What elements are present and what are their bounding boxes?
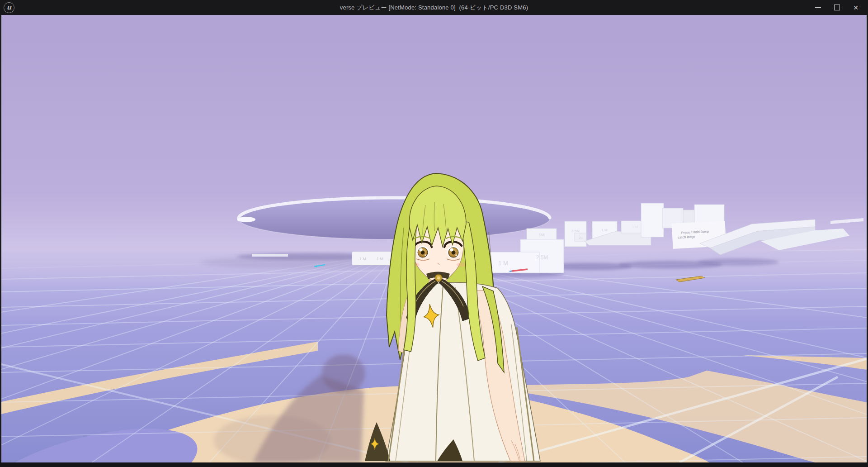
measure-label: 1 M	[359, 257, 366, 261]
far-block-label: 2.5M	[571, 229, 580, 233]
near-block-top-label: 1M	[539, 233, 545, 237]
game-viewport[interactable]: Press / Hold Jump catch ledge 2.5M 1M 1 …	[1, 15, 867, 462]
close-button[interactable]: ✕	[846, 0, 865, 15]
far-block-label: 1 M	[632, 225, 638, 229]
window-controls: ✕	[808, 0, 865, 15]
window-bottom-border	[0, 462, 868, 467]
far-block-label: 1M	[578, 236, 583, 239]
near-block-tall-label: 2.5M	[536, 254, 548, 261]
near-block-wide-label: 1 M	[498, 260, 508, 267]
far-block-label: 1 M	[601, 228, 608, 232]
maximize-button[interactable]	[827, 0, 846, 15]
maximize-icon	[834, 5, 840, 10]
scene-canvas: Press / Hold Jump catch ledge 2.5M 1M 1 …	[1, 15, 867, 462]
minimize-button[interactable]	[808, 0, 827, 15]
titlebar[interactable]: u verse プレビュー [NetMode: Standalone 0] (6…	[0, 0, 868, 15]
window-title: verse プレビュー [NetMode: Standalone 0] (64-…	[0, 0, 868, 15]
close-icon: ✕	[853, 4, 859, 11]
measure-label: 1 M	[377, 257, 383, 261]
disc-platform	[237, 198, 550, 239]
app-window: u verse プレビュー [NetMode: Standalone 0] (6…	[0, 0, 868, 467]
minimize-icon	[815, 7, 821, 8]
